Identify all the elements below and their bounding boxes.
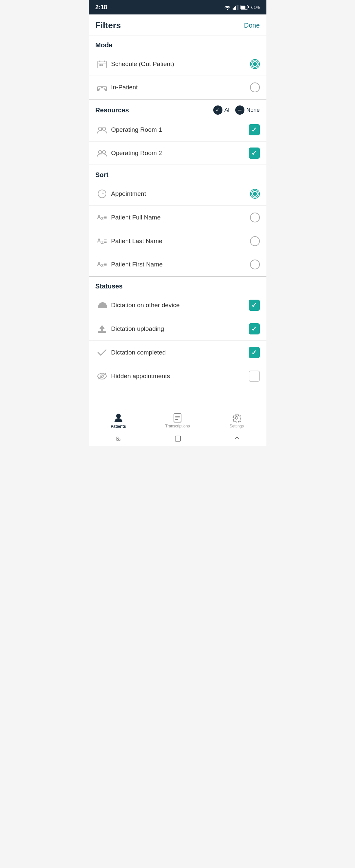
other-device-label: Dictation on other device [109,302,249,309]
svg-rect-10 [99,60,100,62]
header: Filters Done [89,14,267,35]
mode-inpatient-radio[interactable] [250,83,260,92]
svg-rect-14 [101,64,103,66]
svg-text:A: A [97,238,101,243]
status-time: 2:18 [96,4,107,11]
mode-schedule-row[interactable]: Schedule (Out Patient) [89,52,267,76]
transcriptions-nav-icon [173,412,182,423]
or2-checkbox[interactable] [249,148,260,159]
settings-nav-icon [232,412,241,423]
sort-fullname-label: Patient Full Name [109,214,250,221]
nav-transcriptions[interactable]: Transcriptions [148,412,207,428]
mode-inpatient-label: In-Patient [109,84,250,91]
mode-schedule-radio[interactable] [250,59,260,69]
resources-none-button[interactable]: − None [235,105,260,115]
none-minus-icon: − [235,105,244,115]
resources-actions: ✓ All − None [213,105,260,115]
status-uploading-row[interactable]: Dictation uploading [89,317,267,341]
nav-settings[interactable]: Settings [207,412,266,428]
or1-icon [96,125,109,134]
svg-rect-54 [119,439,120,440]
or1-label: Operating Room 1 [109,126,249,133]
battery-percent: 61% [251,5,259,10]
svg-rect-5 [238,5,239,10]
svg-point-46 [116,414,121,418]
svg-text:Z: Z [101,216,104,221]
sort-lastname-label: Patient Last Name [109,238,250,245]
mode-schedule-label: Schedule (Out Patient) [109,60,250,68]
status-other-device-row[interactable]: Dictation on other device [89,293,267,317]
android-nav-bar [89,431,267,446]
status-completed-row[interactable]: Dictation completed [89,341,267,364]
all-label: All [224,107,230,113]
mode-inpatient-row[interactable]: In-Patient [89,76,267,99]
svg-rect-3 [235,6,236,10]
uploading-checkbox[interactable] [249,323,260,335]
all-check-icon: ✓ [213,105,222,115]
sort-fullname-row[interactable]: A Z Patient Full Name [89,206,267,229]
statuses-section-header: Statuses [89,277,267,293]
svg-rect-7 [248,6,249,8]
signal-icon [233,5,239,10]
phone-container: 2:18 [89,0,267,446]
settings-nav-label: Settings [230,424,244,428]
content-spacer [89,388,267,408]
or1-checkbox[interactable] [249,124,260,135]
sort-lastname-radio[interactable] [250,236,260,246]
firstname-sort-icon: A Z [96,260,109,269]
sort-appointment-label: Appointment [109,190,250,197]
svg-text:Z: Z [101,263,104,268]
sort-fullname-radio[interactable] [250,213,260,222]
completed-label: Dictation completed [109,349,249,356]
svg-marker-43 [99,325,105,331]
none-label: None [246,107,260,113]
sort-firstname-row[interactable]: A Z Patient First Name [89,253,267,277]
lastname-sort-icon: A Z [96,237,109,245]
schedule-icon [96,60,109,68]
page-title: Filters [96,20,121,31]
svg-rect-11 [104,60,105,62]
svg-rect-18 [98,89,99,91]
svg-rect-4 [237,5,238,10]
android-recents-icon[interactable] [234,436,240,441]
svg-rect-17 [101,87,103,88]
svg-rect-52 [117,437,118,438]
svg-rect-13 [99,64,101,66]
svg-rect-55 [175,436,180,441]
status-hidden-row[interactable]: Hidden appointments [89,364,267,388]
status-icons: 61% [224,5,259,10]
android-home-icon[interactable] [175,436,181,441]
uploading-label: Dictation uploading [109,325,249,333]
wifi-icon [224,5,230,10]
patients-nav-icon [114,412,123,423]
completed-checkbox[interactable] [249,347,260,358]
sort-section-header: Sort [89,165,267,182]
resources-section-header: Resources ✓ All − None [89,99,267,118]
status-bar: 2:18 [89,0,267,14]
resources-all-button[interactable]: ✓ All [213,105,230,115]
resources-title: Resources [96,106,129,114]
resource-or1-row[interactable]: Operating Room 1 [89,118,267,142]
completed-icon [96,348,109,356]
svg-rect-8 [241,6,245,9]
appointment-icon [96,189,109,198]
sort-appointment-radio[interactable] [250,189,260,199]
svg-rect-2 [234,7,235,10]
sort-lastname-row[interactable]: A Z Patient Last Name [89,229,267,253]
svg-point-21 [102,127,106,130]
sort-firstname-label: Patient First Name [109,261,250,268]
done-button[interactable]: Done [244,22,260,29]
transcriptions-nav-label: Transcriptions [165,424,190,428]
svg-rect-1 [233,8,234,10]
other-device-checkbox[interactable] [249,300,260,311]
nav-patients[interactable]: Patients [89,412,148,428]
sort-appointment-row[interactable]: Appointment [89,182,267,206]
resource-or2-row[interactable]: Operating Room 2 [89,142,267,165]
battery-icon [241,5,249,9]
hidden-checkbox[interactable] [249,371,260,382]
sort-firstname-radio[interactable] [250,259,260,270]
svg-rect-53 [117,439,118,440]
android-back-icon[interactable] [115,435,122,442]
svg-text:A: A [97,214,101,220]
content: Mode Schedule (Out Patient) [89,35,267,408]
